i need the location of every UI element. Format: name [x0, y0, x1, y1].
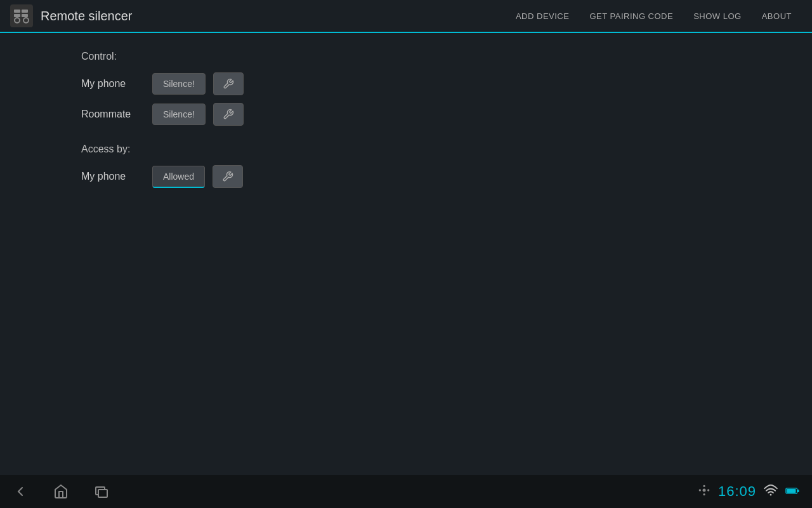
app-icon — [10, 4, 33, 27]
control-my-phone-label: My phone — [81, 78, 145, 90]
main-content: Control: My phone Silence! Roommate Sile… — [0, 33, 812, 213]
back-button[interactable] — [13, 484, 28, 499]
home-button[interactable] — [53, 484, 69, 499]
clock: 16:09 — [718, 483, 756, 500]
bottom-nav-right: 16:09 — [698, 483, 799, 500]
svg-point-13 — [770, 493, 772, 495]
svg-point-12 — [707, 489, 709, 491]
settings-my-phone-button[interactable] — [213, 72, 244, 95]
wrench-icon — [223, 78, 234, 90]
bottom-bar: 16:09 — [0, 475, 812, 508]
access-section: Access by: My phone Allowed — [81, 144, 731, 188]
control-my-phone-row: My phone Silence! — [81, 72, 731, 95]
access-my-phone-label: My phone — [81, 171, 145, 182]
battery-icon — [785, 485, 799, 498]
svg-rect-7 — [98, 490, 107, 497]
svg-rect-3 — [22, 14, 28, 17]
control-section-label: Control: — [81, 51, 731, 62]
control-roommate-row: Roommate Silence! — [81, 103, 731, 126]
svg-rect-1 — [14, 14, 20, 17]
silence-my-phone-button[interactable]: Silence! — [152, 73, 206, 95]
show-log-button[interactable]: SHOW LOG — [683, 6, 752, 26]
settings-roommate-button[interactable] — [213, 103, 244, 126]
svg-rect-15 — [787, 489, 796, 493]
svg-rect-2 — [22, 10, 28, 13]
control-section: Control: My phone Silence! Roommate Sile… — [81, 51, 731, 126]
control-roommate-label: Roommate — [81, 109, 145, 120]
access-section-label: Access by: — [81, 144, 731, 155]
about-button[interactable]: ABOUT — [752, 6, 802, 26]
svg-point-10 — [703, 493, 705, 495]
svg-rect-16 — [797, 489, 799, 491]
wrench-icon — [223, 109, 234, 120]
access-settings-my-phone-button[interactable] — [213, 165, 243, 188]
svg-point-4 — [15, 18, 20, 23]
svg-point-5 — [23, 18, 29, 23]
system-icon — [698, 484, 710, 500]
add-device-button[interactable]: ADD DEVICE — [506, 6, 579, 26]
bottom-nav-left — [13, 484, 109, 499]
svg-point-8 — [702, 488, 705, 491]
silence-roommate-button[interactable]: Silence! — [152, 104, 206, 125]
svg-rect-0 — [14, 10, 20, 13]
topbar-actions: ADD DEVICE GET PAIRING CODE SHOW LOG ABO… — [506, 6, 802, 26]
topbar: Remote silencer ADD DEVICE GET PAIRING C… — [0, 0, 812, 33]
allowed-my-phone-button[interactable]: Allowed — [152, 166, 205, 188]
get-pairing-code-button[interactable]: GET PAIRING CODE — [579, 6, 683, 26]
wifi-icon — [764, 485, 778, 499]
svg-point-11 — [699, 489, 701, 491]
svg-point-9 — [703, 485, 705, 486]
recents-button[interactable] — [94, 484, 109, 499]
wrench-icon — [222, 171, 233, 182]
app-title: Remote silencer — [41, 9, 506, 23]
access-my-phone-row: My phone Allowed — [81, 165, 731, 188]
